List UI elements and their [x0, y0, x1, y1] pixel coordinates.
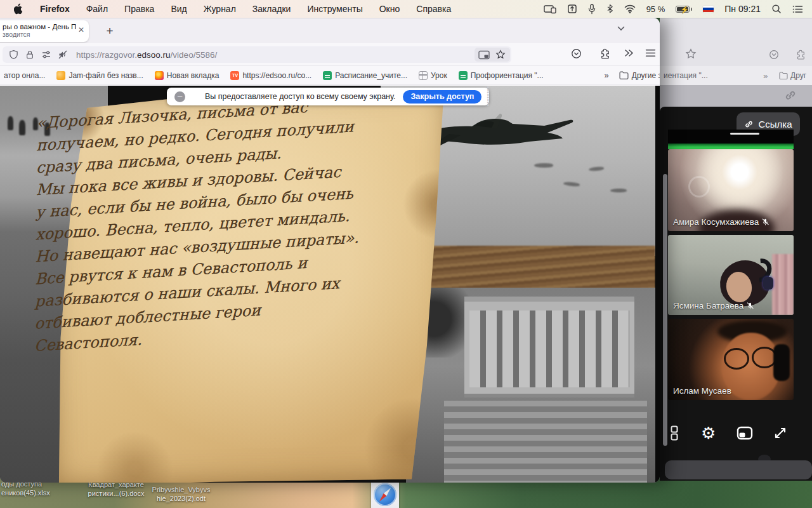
- apple-menu-icon[interactable]: [14, 3, 23, 15]
- menu-edit[interactable]: Правка: [124, 4, 154, 14]
- share-banner-message: Вы предоставляете доступ ко всему своему…: [205, 92, 395, 101]
- video-player[interactable]: «Дорогая Лизочка, письма от вас получаем…: [0, 86, 660, 483]
- desktop-file-odt[interactable]: Pribyvshie_Vybyvs hie_2023(2).odt: [132, 486, 230, 503]
- active-tab[interactable]: ры о важном - День П зводится ✕: [0, 20, 89, 42]
- mic-muted-icon: [761, 218, 769, 226]
- bookmark-item[interactable]: Jam-файл без назв...: [56, 71, 143, 80]
- bookmark-item[interactable]: Новая вкладка: [155, 71, 219, 80]
- screen-share-status-icon[interactable]: [567, 4, 577, 15]
- bookmark-label: Jam-файл без назв...: [69, 71, 143, 80]
- extensions-puzzle-icon[interactable]: [599, 48, 610, 59]
- tile-view-icon[interactable]: [671, 425, 678, 441]
- close-access-button[interactable]: Закрыть доступ: [403, 90, 481, 104]
- background-browser-window[interactable]: иентация "... » Друг: [660, 18, 812, 110]
- menu-bar-clock[interactable]: Пн 09:21: [724, 4, 761, 14]
- tracking-protection-shield-icon[interactable]: [9, 50, 18, 60]
- menu-history[interactable]: Журнал: [204, 4, 236, 14]
- pocket-icon[interactable]: [769, 50, 779, 60]
- permissions-sliders-icon[interactable]: [41, 50, 51, 60]
- screen-mirroring-icon[interactable]: [544, 4, 556, 14]
- keyboard-layout-flag-icon[interactable]: [703, 6, 714, 13]
- picture-in-picture-icon[interactable]: [478, 50, 490, 60]
- tab-title: ры о важном - День П: [3, 23, 84, 30]
- bookmarks-bar: атор онла... Jam-файл без назв... Новая …: [0, 66, 660, 85]
- fullscreen-expand-icon[interactable]: [773, 426, 787, 440]
- other-bookmarks-folder[interactable]: Другие закладки: [619, 71, 660, 80]
- folder-icon: [779, 72, 788, 79]
- bookmark-fragment[interactable]: иентация "...: [664, 71, 708, 80]
- other-bookmarks-folder[interactable]: Друг: [779, 71, 806, 80]
- bookmark-item[interactable]: атор онла...: [4, 71, 45, 80]
- menu-view[interactable]: Вид: [171, 4, 187, 14]
- firefox-icon: [155, 71, 164, 80]
- folder-icon: [619, 71, 629, 79]
- url-text: https://razgovor.edsoo.ru/video/5586/: [76, 50, 217, 60]
- minimize-banner-button[interactable]: –: [174, 91, 185, 102]
- tab-playing-indicator: зводится: [3, 30, 84, 38]
- bookmark-item[interactable]: TVhttps://edsoo.ru/co...: [230, 71, 311, 80]
- jamboard-icon: [56, 71, 65, 80]
- tab-close-icon[interactable]: ✕: [78, 25, 84, 34]
- link-button-label: Ссылка: [758, 119, 792, 130]
- lock-icon[interactable]: [25, 50, 34, 60]
- banner-drag-handle[interactable]: • •• •• •• •: [487, 86, 490, 107]
- picture-in-picture-icon[interactable]: [737, 426, 753, 440]
- menu-hamburger-icon[interactable]: [645, 48, 656, 58]
- tv-icon: TV: [230, 71, 239, 80]
- microphone-status-icon[interactable]: [588, 4, 596, 15]
- participant-tile[interactable]: Амира Косумхажиева: [668, 149, 794, 231]
- bookmark-item[interactable]: Профориентация "...: [459, 71, 544, 80]
- menu-help[interactable]: Справка: [416, 4, 451, 14]
- bookmark-label: атор онла...: [4, 71, 45, 80]
- menu-file[interactable]: Файл: [86, 4, 108, 14]
- tile-detail: [730, 133, 759, 135]
- spotlight-search-icon[interactable]: [771, 4, 782, 14]
- pocket-icon[interactable]: [571, 48, 582, 59]
- participant-name-text: Ясмина Батраева: [673, 301, 743, 311]
- extensions-puzzle-icon[interactable]: [796, 50, 806, 60]
- bookmarks-overflow-chevron[interactable]: »: [605, 70, 608, 80]
- conference-window[interactable]: Ссылка Амира Косумхажиева Ясмина Батраев…: [660, 107, 812, 481]
- participant-tile[interactable]: Ислам Мусаев: [668, 319, 794, 400]
- autoplay-blocked-icon[interactable]: [58, 50, 68, 60]
- list-all-tabs-chevron-icon[interactable]: [617, 24, 625, 33]
- bluetooth-icon[interactable]: [606, 4, 613, 14]
- desktop-file-xlsx[interactable]: оды доступа еников(45).xlsx: [1, 480, 50, 497]
- building-steps: [444, 401, 647, 483]
- browser-window[interactable]: ры о важном - День П зводится ✕ + https:…: [0, 18, 660, 483]
- file-label-line: еников(45).xlsx: [1, 489, 50, 498]
- menu-bookmarks[interactable]: Закладки: [252, 4, 291, 14]
- toolbar-overflow-chevron-icon[interactable]: [624, 48, 634, 58]
- distant-plane: [610, 189, 627, 192]
- participant-tile-partial[interactable]: [668, 130, 794, 149]
- new-tab-button[interactable]: +: [102, 23, 118, 39]
- glasses-shape: [724, 348, 749, 370]
- bookmark-star-icon[interactable]: [685, 48, 697, 60]
- bookmark-star-icon[interactable]: [495, 50, 506, 60]
- menu-tools[interactable]: Инструменты: [307, 4, 362, 14]
- letter-text: «Дорогая Лизочка, письма от вас получаем…: [34, 91, 391, 358]
- headphones-shape: [763, 277, 773, 290]
- participants-scrollbar[interactable]: [663, 174, 667, 446]
- screen-share-banner[interactable]: – Вы предоставляете доступ ко всему свое…: [167, 88, 489, 105]
- settings-gear-icon[interactable]: ⚙: [701, 425, 716, 441]
- url-domain: edsoo.ru: [137, 50, 171, 60]
- menu-window[interactable]: Окно: [379, 4, 400, 14]
- control-center-list-icon[interactable]: [792, 5, 803, 13]
- battery-percent: 95 %: [646, 4, 665, 14]
- active-speaker-border: [668, 144, 794, 149]
- conference-controls: ⚙: [660, 419, 812, 447]
- bookmark-label: Урок: [431, 71, 447, 80]
- participant-name: Ислам Мусаев: [673, 386, 731, 396]
- participant-tile[interactable]: Ясмина Батраева: [668, 235, 794, 315]
- bookmarks-overflow-chevron[interactable]: »: [763, 71, 766, 81]
- wifi-icon[interactable]: [624, 4, 636, 13]
- bookmark-item[interactable]: Расписание_учите...: [323, 71, 407, 80]
- url-bar[interactable]: https://razgovor.edsoo.ru/video/5586/: [3, 46, 511, 63]
- participant-name: Ясмина Батраева: [673, 301, 754, 311]
- folder-label: Другие закладки: [632, 71, 660, 80]
- tab-strip: ры о важном - День П зводится ✕ +: [0, 18, 660, 43]
- menu-app-name[interactable]: Firefox: [40, 4, 70, 14]
- back-window-toolbar: [660, 18, 812, 66]
- bookmark-item[interactable]: Урок: [419, 71, 447, 80]
